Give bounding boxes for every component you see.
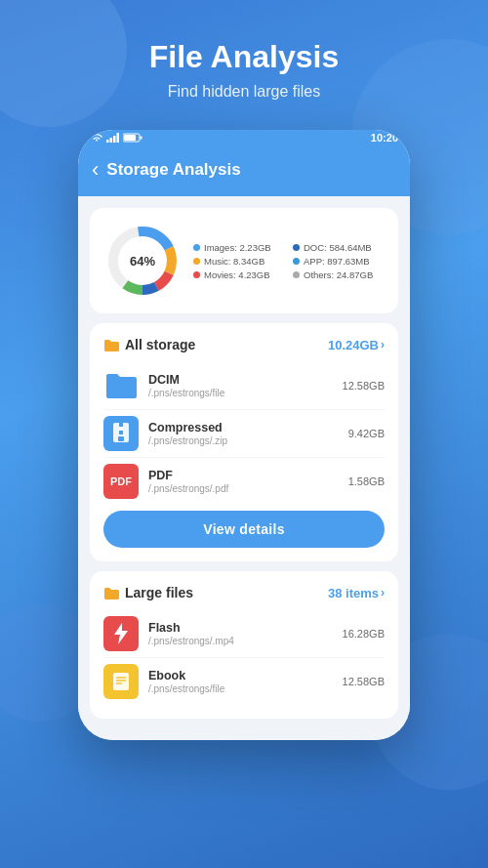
large-files-header: Large files 38 items › — [103, 585, 385, 600]
file-name: Ebook — [148, 669, 333, 682]
file-info: Compressed /.pns/estrongs/.zip — [148, 421, 339, 446]
file-icon: PDF — [103, 464, 139, 499]
all-storage-title: All storage — [125, 337, 195, 352]
large-files-list: Flash /.pns/estrongs/.mp4 16.28GB Ebook … — [103, 610, 385, 705]
bg-circle-1 — [0, 0, 127, 127]
file-size: 12.58GB — [343, 676, 385, 687]
app-bar: ‹ Storage Analysis — [78, 147, 410, 196]
svg-rect-3 — [117, 133, 120, 143]
back-button[interactable]: ‹ — [92, 157, 99, 183]
legend-item: Images: 2.23GB — [193, 242, 285, 253]
large-files-value[interactable]: 38 items › — [328, 586, 385, 600]
file-info: PDF /.pns/estrongs/.pdf — [148, 469, 339, 494]
all-storage-folder-icon — [103, 339, 119, 351]
svg-rect-14 — [118, 436, 124, 441]
large-files-chevron: › — [381, 586, 385, 599]
file-row[interactable]: PDF PDF /.pns/estrongs/.pdf 1.58GB — [103, 458, 385, 505]
legend-item: APP: 897.63MB — [293, 256, 385, 267]
all-storage-files: DCIM /.pns/estrongs/file 12.58GB Compres… — [103, 362, 385, 505]
file-icon — [103, 664, 139, 699]
file-path: /.pns/estrongs/.zip — [148, 435, 339, 446]
large-files-folder-icon — [103, 587, 119, 599]
page-title: File Analysis — [149, 39, 339, 75]
all-storage-card: All storage 10.24GB › DCIM /.pns/estrong… — [90, 323, 398, 561]
status-icons-wrap — [90, 133, 142, 143]
large-files-title: Large files — [125, 585, 193, 600]
file-info: Flash /.pns/estrongs/.mp4 — [148, 621, 333, 646]
svg-rect-5 — [141, 137, 142, 140]
battery-icon — [123, 133, 142, 143]
large-files-title-wrap: Large files — [103, 585, 193, 600]
file-size: 12.58GB — [343, 380, 385, 392]
file-row[interactable]: Ebook /.pns/estrongs/file 12.58GB — [103, 658, 385, 705]
file-size: 16.28GB — [343, 628, 385, 640]
phone-mockup: 10:20 ‹ Storage Analysis — [78, 130, 410, 740]
storage-overview: 64% Images: 2.23GBDOC: 584.64MBMusic: 8.… — [103, 222, 385, 300]
phone-content: 64% Images: 2.23GBDOC: 584.64MBMusic: 8.… — [78, 196, 410, 740]
svg-rect-16 — [113, 673, 129, 690]
file-path: /.pns/estrongs/file — [148, 683, 333, 694]
svg-rect-2 — [113, 136, 116, 143]
donut-percentage: 64% — [130, 254, 155, 269]
file-row[interactable]: Compressed /.pns/estrongs/.zip 9.42GB — [103, 410, 385, 458]
wifi-icon — [90, 133, 103, 143]
file-name: Compressed — [148, 421, 339, 434]
all-storage-chevron: › — [381, 338, 385, 351]
signal-icon — [106, 133, 120, 143]
file-info: Ebook /.pns/estrongs/file — [148, 669, 333, 694]
file-size: 1.58GB — [348, 475, 385, 487]
all-storage-title-wrap: All storage — [103, 337, 195, 352]
legend-item: Movies: 4.23GB — [193, 269, 285, 280]
status-time: 10:20 — [371, 132, 398, 144]
donut-chart: 64% — [103, 222, 182, 300]
storage-overview-card: 64% Images: 2.23GBDOC: 584.64MBMusic: 8.… — [90, 208, 398, 313]
svg-marker-15 — [114, 623, 128, 644]
svg-rect-1 — [110, 138, 113, 143]
file-row[interactable]: Flash /.pns/estrongs/.mp4 16.28GB — [103, 610, 385, 658]
file-path: /.pns/estrongs/.pdf — [148, 483, 339, 494]
legend-item: Music: 8.34GB — [193, 256, 285, 267]
large-files-card: Large files 38 items › Flash /.pns/estro… — [90, 571, 398, 719]
legend-item: DOC: 584.64MB — [293, 242, 385, 253]
app-bar-title: Storage Analysis — [106, 160, 240, 180]
all-storage-value[interactable]: 10.24GB › — [328, 338, 385, 352]
file-name: DCIM — [148, 373, 333, 387]
view-details-button[interactable]: View details — [103, 511, 385, 548]
status-bar: 10:20 — [78, 130, 410, 147]
file-path: /.pns/estrongs/file — [148, 388, 333, 398]
file-icon — [103, 368, 139, 403]
page-subtitle: Find hidden large files — [149, 83, 339, 101]
svg-rect-6 — [124, 135, 136, 141]
file-icon — [103, 616, 139, 651]
legend-item: Others: 24.87GB — [293, 269, 385, 280]
svg-rect-0 — [106, 140, 109, 143]
file-icon — [103, 416, 139, 451]
file-name: Flash — [148, 621, 333, 635]
all-storage-header: All storage 10.24GB › — [103, 337, 385, 352]
file-path: /.pns/estrongs/.mp4 — [148, 636, 333, 646]
file-size: 9.42GB — [348, 428, 385, 439]
file-info: DCIM /.pns/estrongs/file — [148, 373, 333, 398]
file-row[interactable]: DCIM /.pns/estrongs/file 12.58GB — [103, 362, 385, 410]
header-section: File Analysis Find hidden large files — [130, 0, 358, 120]
file-name: PDF — [148, 469, 339, 482]
storage-legend: Images: 2.23GBDOC: 584.64MBMusic: 8.34GB… — [193, 242, 385, 280]
